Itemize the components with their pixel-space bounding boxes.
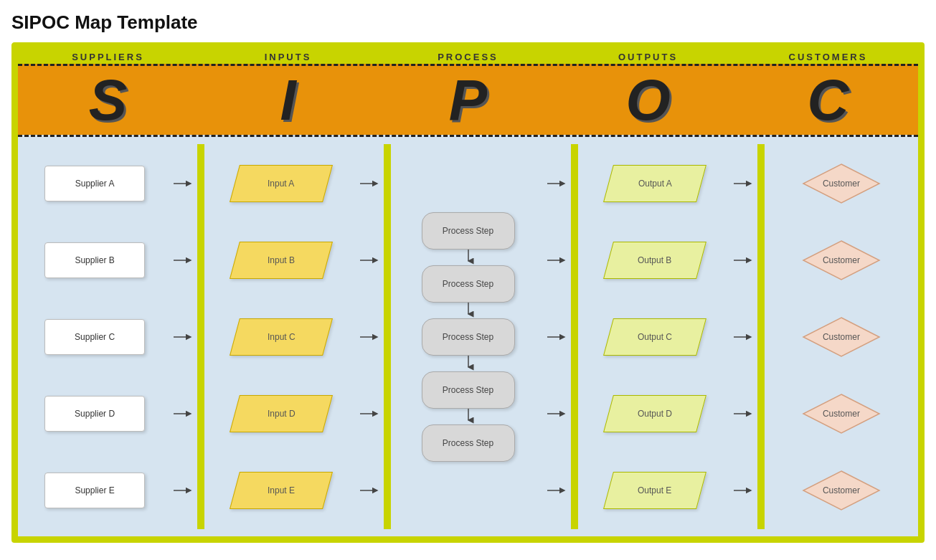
- process-step-3: Process Step: [422, 318, 515, 356]
- inputs-column: Input A Input B Input C Input D Input E: [204, 144, 358, 529]
- header-suppliers: SUPPLIERS: [18, 52, 198, 64]
- down-arrow-3: [461, 356, 476, 371]
- arrow-oc-3: [734, 330, 755, 344]
- arrow-po-2: [547, 253, 569, 267]
- letter-o: O: [561, 72, 735, 129]
- arrow-oc-4: [734, 407, 755, 421]
- down-arrow-4: [461, 409, 476, 424]
- input-a: Input A: [230, 165, 333, 202]
- arrow-col-po: [545, 144, 571, 529]
- process-and-arrow-1: Process Step: [422, 212, 515, 265]
- process-step-5: Process Step: [422, 424, 515, 462]
- process-and-arrow-2: Process Step: [422, 265, 515, 318]
- process-step-1: Process Step: [422, 212, 515, 250]
- output-d: Output D: [603, 395, 706, 432]
- arrow-ip-1: [360, 176, 382, 191]
- supplier-c: Supplier C: [44, 319, 145, 355]
- output-b: Output B: [603, 242, 706, 279]
- header-process: PROCESS: [378, 52, 558, 64]
- customer-b: Customer: [802, 239, 881, 281]
- input-d: Input D: [230, 395, 333, 432]
- process-step-2: Process Step: [422, 265, 515, 303]
- letter-i-cell: I: [198, 66, 378, 135]
- down-arrow-1: [461, 250, 476, 265]
- customer-c: Customer: [802, 316, 881, 358]
- suppliers-column: Supplier A Supplier B Supplier C Supplie…: [18, 144, 171, 529]
- supplier-a: Supplier A: [44, 166, 145, 201]
- header-customers: CUSTOMERS: [738, 52, 918, 64]
- arrow-ip-5: [360, 483, 382, 498]
- arrow-col-ip: [358, 144, 384, 529]
- process-and-arrow-5: Process Step: [422, 424, 515, 462]
- down-arrow-2: [461, 303, 476, 318]
- output-e: Output E: [603, 472, 706, 509]
- arrow-ip-3: [360, 330, 382, 344]
- arrow-si-3: [174, 330, 195, 344]
- page-title: SIPOC Map Template: [11, 11, 925, 34]
- supplier-d: Supplier D: [44, 396, 145, 432]
- input-c: Input C: [230, 318, 333, 356]
- process-and-arrow-3: Process Step: [422, 318, 515, 371]
- arrow-si-1: [174, 176, 195, 191]
- arrow-oc-2: [734, 253, 755, 267]
- customer-e: Customer: [802, 470, 881, 511]
- arrow-col-si: [171, 144, 197, 529]
- process-and-arrow-4: Process Step: [422, 371, 515, 424]
- supplier-e: Supplier E: [44, 473, 145, 508]
- arrow-ip-4: [360, 407, 382, 421]
- arrow-oc-1: [734, 176, 755, 191]
- header-outputs: OUTPUTS: [558, 52, 738, 64]
- process-step-4: Process Step: [422, 371, 515, 409]
- arrow-oc-5: [734, 483, 755, 498]
- output-a: Output A: [603, 165, 706, 202]
- arrow-si-4: [174, 407, 195, 421]
- sipoc-container: SUPPLIERS INPUTS PROCESS OUTPUTS CUSTOME…: [11, 42, 925, 543]
- outputs-column: Output A Output B Output C Output D Outp…: [578, 144, 732, 529]
- arrow-ip-2: [360, 253, 382, 267]
- letter-p-cell: P: [378, 66, 558, 135]
- supplier-b: Supplier B: [44, 242, 145, 278]
- letter-i: I: [201, 72, 375, 129]
- customer-a: Customer: [802, 163, 881, 204]
- letter-s: S: [21, 72, 195, 129]
- content-area: Supplier A Supplier B Supplier C Supplie…: [18, 135, 918, 536]
- arrow-col-oc: [732, 144, 757, 529]
- letter-c: C: [741, 72, 915, 129]
- letter-p: P: [381, 72, 555, 129]
- arrow-si-2: [174, 253, 195, 267]
- process-column: Process Step Process Step Process Step P…: [391, 144, 544, 529]
- input-b: Input B: [230, 242, 333, 279]
- header-row: SUPPLIERS INPUTS PROCESS OUTPUTS CUSTOME…: [18, 49, 918, 64]
- letter-banner: S I P O C: [18, 64, 918, 135]
- arrow-po-3: [547, 330, 569, 344]
- letter-s-cell: S: [18, 66, 198, 135]
- letter-o-cell: O: [558, 66, 738, 135]
- input-e: Input E: [230, 472, 333, 509]
- arrow-si-5: [174, 483, 195, 498]
- output-c: Output C: [603, 318, 706, 356]
- arrow-po-1: [547, 176, 569, 191]
- arrow-po-5: [547, 483, 569, 498]
- header-inputs: INPUTS: [198, 52, 378, 64]
- customer-d: Customer: [802, 393, 881, 435]
- customers-column: Customer Customer Customer Customer Cust…: [765, 144, 918, 529]
- letter-c-cell: C: [738, 66, 918, 135]
- arrow-po-4: [547, 407, 569, 421]
